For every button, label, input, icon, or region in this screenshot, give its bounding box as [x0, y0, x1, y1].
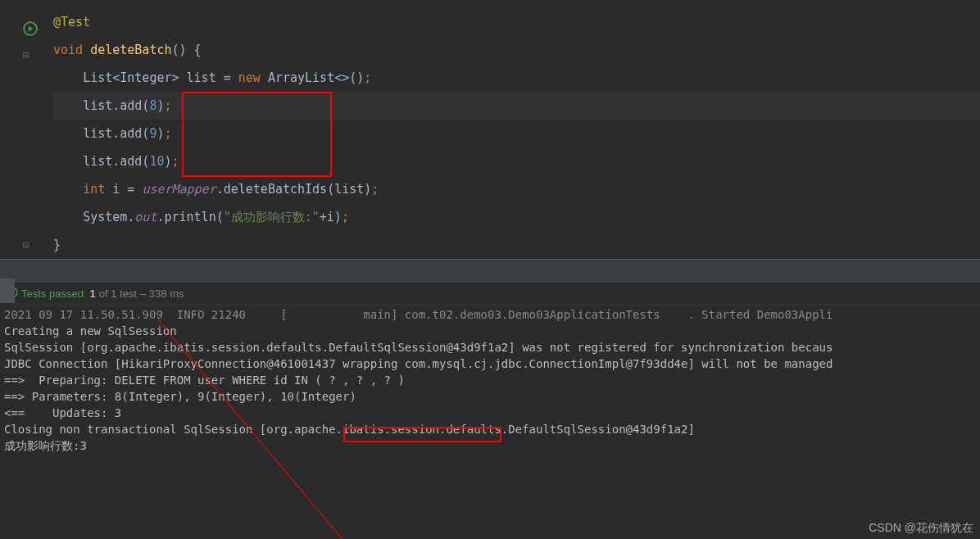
code-line: list.add(9);: [53, 120, 980, 147]
run-test-icon[interactable]: [23, 21, 39, 38]
code-content[interactable]: @Test void deleteBatch() { List<Integer>…: [53, 8, 980, 259]
console-line: 2021 09 17 11.50.51.909 INFO 21240 [ mai…: [4, 306, 976, 323]
console-line: ==> Parameters: 8(Integer), 9(Integer), …: [4, 388, 976, 405]
toolbar-divider: [0, 259, 980, 283]
fold-open-icon[interactable]: ⊟: [23, 49, 39, 66]
tests-passed-label: Tests passed:: [21, 288, 87, 300]
code-line: List<Integer> list = new ArrayList<>();: [53, 64, 980, 92]
console-line: Creating a new SqlSession: [4, 323, 976, 339]
code-editor[interactable]: ⊟ ⊟ @Test void deleteBatch() { List<Inte…: [0, 0, 980, 259]
tests-time: – 338 ms: [140, 288, 184, 300]
test-status-bar: Tests passed: 1 of 1 test – 338 ms: [0, 283, 980, 305]
console-output[interactable]: 2021 09 17 11.50.51.909 INFO 21240 [ mai…: [0, 305, 980, 455]
console-line: Closing non transactional SqlSession [or…: [4, 421, 976, 437]
code-line: void deleteBatch() {: [53, 36, 980, 64]
console-line: 成功影响行数:3: [4, 437, 976, 454]
code-line: }: [53, 231, 980, 259]
code-line: @Test: [53, 8, 980, 36]
console-line: <== Updates: 3: [4, 405, 976, 421]
tests-of: of 1 test: [99, 288, 137, 300]
code-line: int i = userMapper.deleteBatchIds(list);: [53, 175, 980, 203]
fold-close-icon[interactable]: ⊟: [23, 239, 39, 256]
console-line: SqlSession [org.apache.ibatis.session.de…: [4, 339, 976, 356]
side-panel-strip[interactable]: [0, 279, 15, 303]
console-line: JDBC Connection [HikariProxyConnection@4…: [4, 356, 976, 372]
code-line: list.add(10);: [53, 147, 980, 175]
console-line: ==> Preparing: DELETE FROM user WHERE id…: [4, 372, 976, 388]
code-line: System.out.println("成功影响行数:"+i);: [53, 203, 980, 231]
editor-gutter: ⊟ ⊟: [0, 0, 45, 254]
code-line: list.add(8);: [53, 92, 980, 120]
watermark: CSDN @花伤情犹在: [869, 521, 973, 536]
tests-count: 1: [90, 288, 96, 300]
